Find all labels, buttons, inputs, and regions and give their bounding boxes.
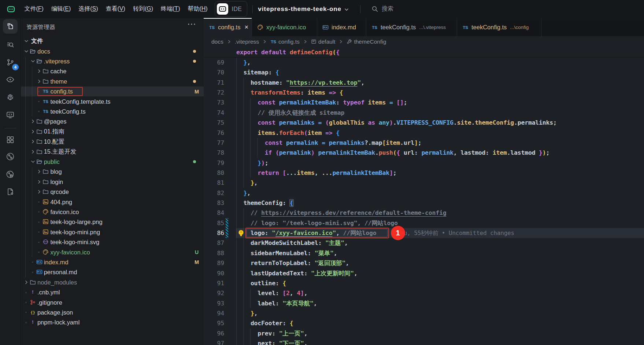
tab-index.md[interactable]: index.md xyxy=(317,18,366,36)
tab-xyy-favicon.ico[interactable]: xyy-favicon.ico xyxy=(252,18,317,36)
tab-description: ...\config xyxy=(510,25,529,30)
code-token xyxy=(315,149,318,156)
activity-item-eye[interactable] xyxy=(3,72,18,87)
activity-item-runner-config[interactable] xyxy=(3,184,18,199)
tree-file-teek-logo-large.png[interactable]: teek-logo-large.png xyxy=(21,217,204,227)
menu-help[interactable]: 帮助(H) xyxy=(184,4,211,14)
breadcrumb-item-themeConfig[interactable]: themeConfig xyxy=(347,38,386,45)
tree-file-personal.md[interactable]: personal.md xyxy=(21,267,204,277)
tree-folder-10.配置[interactable]: 10.配置 xyxy=(21,137,204,147)
tree-file-.gitignore[interactable]: .gitignore xyxy=(21,297,204,307)
line-number: 97 xyxy=(204,338,224,345)
tree-section-files[interactable]: 文件 xyxy=(21,36,204,46)
menu-view[interactable]: 查看(V) xyxy=(102,4,129,14)
activity-item-extensions[interactable] xyxy=(3,132,18,147)
tree-indent-guide xyxy=(25,56,26,278)
tree-folder-qrcode[interactable]: qrcode xyxy=(21,187,204,197)
activity-item-source-control[interactable]: 4 xyxy=(3,55,18,70)
tree-folder-cache[interactable]: cache xyxy=(21,66,204,76)
svg-text:TS: TS xyxy=(43,99,49,103)
chevron-down-icon[interactable] xyxy=(344,7,349,12)
tree-file-teekConfig.ts[interactable]: TSteekConfig.ts xyxy=(21,107,204,117)
sticky-scroll-line[interactable]: export default defineConfig({ xyxy=(204,47,644,58)
tree-file-index.md[interactable]: index.mdM xyxy=(21,257,204,267)
app-logo-icon[interactable] xyxy=(7,5,15,14)
global-search[interactable]: 搜索 xyxy=(371,5,393,13)
code-token: ; xyxy=(553,119,557,126)
typescript-icon: TS xyxy=(371,24,378,30)
code-line-69: 69}, xyxy=(204,58,644,67)
code-line-95: 95docFooter: { xyxy=(204,318,644,328)
code-token xyxy=(336,89,340,96)
tree-item-label: login xyxy=(50,179,63,186)
code-token: "本页导航" xyxy=(282,300,313,307)
git-status-dot xyxy=(193,160,196,163)
project-name[interactable]: vitepress-theme-teek-one xyxy=(258,5,341,13)
tree-file-teek-logo-mini.png[interactable]: teek-logo-mini.png xyxy=(21,227,204,237)
tree-file-teekConfig.template.ts[interactable]: TSteekConfig.template.ts xyxy=(21,96,204,106)
tree-folder-01.指南[interactable]: 01.指南 xyxy=(21,127,204,137)
tree-file-package.json[interactable]: {}package.json xyxy=(21,308,204,318)
file-bullet xyxy=(25,312,27,313)
activity-item-debug[interactable] xyxy=(3,90,18,104)
editor-group: TSconfig.ts×xyy-favicon.icoindex.mdTStee… xyxy=(204,18,644,345)
tree-folder-node_modules[interactable]: node_modules xyxy=(21,278,204,287)
menu-go[interactable]: 转到(G) xyxy=(129,4,157,14)
tree-folder-public[interactable]: public xyxy=(21,157,204,167)
breadcrumb[interactable]: docs.vitepressTSconfig.tsdefaultthemeCon… xyxy=(204,36,644,47)
tree-folder-docs[interactable]: docs xyxy=(21,46,204,56)
folder-icon xyxy=(42,188,49,195)
code-token: permalinkItemBak xyxy=(318,149,375,156)
close-icon[interactable]: × xyxy=(244,23,248,31)
activity-item-explorer[interactable] xyxy=(3,19,18,34)
tree-folder-.vitepress[interactable]: .vitepress xyxy=(21,56,204,66)
tree-folder-15.主题开发[interactable]: 15.主题开发 xyxy=(21,147,204,157)
lightbulb-icon[interactable] xyxy=(237,229,245,237)
code-editor[interactable]: 69},70sitemap: {71hostname: "https://vp.… xyxy=(204,58,644,345)
code-token: : xyxy=(275,280,282,287)
svg-text:TS: TS xyxy=(43,109,49,114)
code-token: : xyxy=(275,300,282,307)
ide-mode-switch[interactable]: IDE xyxy=(215,1,247,17)
code-line-97: 97next: "下一页", xyxy=(204,338,644,345)
menu-edit[interactable]: 编辑(E) xyxy=(47,4,74,14)
code-token xyxy=(258,49,261,56)
tree-file-pnpm-lock.yaml[interactable]: !pnpm-lock.yaml xyxy=(21,318,204,327)
menu-selection[interactable]: 选择(S) xyxy=(75,4,102,14)
activity-bar: 4 xyxy=(0,18,21,345)
tree-file-favicon.ico[interactable]: favicon.ico xyxy=(21,207,204,217)
tree-file-.cnb.yml[interactable]: !.cnb.yml xyxy=(21,287,204,297)
breadcrumb-item-.vitepress[interactable]: .vitepress xyxy=(235,38,259,45)
menu-terminal[interactable]: 终端(T) xyxy=(157,4,184,14)
tree-file-xyy-favicon.ico[interactable]: xyy-favicon.icoU xyxy=(21,247,204,257)
svg-text:{}: {} xyxy=(30,310,35,315)
image-icon xyxy=(42,219,49,225)
tree-folder-login[interactable]: login xyxy=(21,177,204,187)
chevron-down-icon xyxy=(30,58,36,64)
code-token xyxy=(272,149,275,156)
more-actions-icon[interactable] xyxy=(188,23,196,25)
breadcrumb-item-docs[interactable]: docs xyxy=(211,38,223,45)
tab-teekConfig.ts-config[interactable]: TSteekConfig.ts...\config xyxy=(457,18,541,36)
tab-config.ts[interactable]: TSconfig.ts× xyxy=(204,18,252,36)
tree-folder-blog[interactable]: blog xyxy=(21,167,204,177)
tab-teekConfig.ts-vitepress[interactable]: TSteekConfig.ts...\.vitepress xyxy=(366,18,457,36)
activity-item-search[interactable] xyxy=(3,37,18,52)
activity-item-preview[interactable] xyxy=(3,107,18,122)
code-token: [ xyxy=(282,290,286,297)
tree-file-404.png[interactable]: 404.png xyxy=(21,197,204,207)
typescript-icon: TS xyxy=(42,98,49,104)
activity-item-git-graph[interactable] xyxy=(3,149,18,164)
tree-folder-@pages[interactable]: @pages xyxy=(21,117,204,126)
code-token: { xyxy=(340,89,343,96)
activity-item-git-search[interactable] xyxy=(3,167,18,182)
breadcrumb-item-default[interactable]: default xyxy=(311,38,336,45)
json-icon: {} xyxy=(30,309,36,315)
chevron-right-icon xyxy=(36,78,42,84)
menu-file[interactable]: 文件(F) xyxy=(21,4,47,14)
tree-file-teek-logo-mini.svg[interactable]: teek-logo-mini.svg xyxy=(21,237,204,247)
breadcrumb-item-config.ts[interactable]: TSconfig.ts xyxy=(270,38,300,45)
symbol-module-icon xyxy=(311,39,317,44)
line-content: level: [2, 4], xyxy=(236,288,307,298)
tree-folder-theme[interactable]: theme xyxy=(21,77,204,87)
